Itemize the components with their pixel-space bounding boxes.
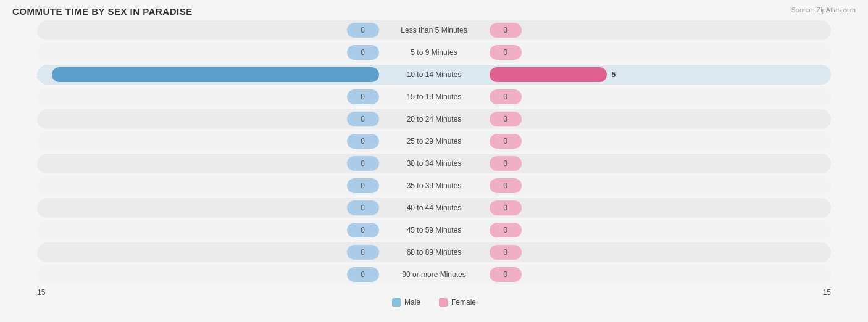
left-side: 0: [37, 23, 380, 38]
female-value-inner: 0: [503, 93, 507, 101]
inner-bar-row: 035 to 39 Minutes0: [37, 176, 831, 196]
male-bar: 0: [347, 112, 379, 126]
bar-row: 05 to 9 Minutes0: [37, 43, 831, 64]
bar-category-label: 60 to 89 Minutes: [380, 248, 488, 257]
left-side: 0: [37, 134, 380, 149]
axis-min-label: 15: [37, 288, 45, 297]
legend-male: Male: [392, 298, 420, 307]
male-bar: [52, 67, 379, 82]
left-side: [37, 67, 380, 82]
female-bar: 0: [490, 267, 522, 282]
female-value-inner: 0: [503, 226, 507, 234]
right-side: 0: [488, 245, 832, 260]
bar-row: 015 to 19 Minutes0: [37, 87, 831, 108]
female-value-inner: 0: [503, 26, 507, 35]
right-side: 0: [488, 156, 832, 171]
male-bar: 0: [347, 45, 379, 60]
inner-bar-row: 10 to 14 Minutes5: [37, 65, 831, 85]
legend-female-label: Female: [451, 298, 476, 307]
female-bar: 0: [490, 245, 522, 260]
inner-bar-row: 090 or more Minutes0: [37, 265, 831, 284]
bar-category-label: 20 to 24 Minutes: [380, 115, 488, 123]
female-value-inner: 0: [503, 159, 507, 168]
right-side: 0: [488, 23, 832, 38]
legend-female-box: [439, 298, 448, 307]
female-bar: 0: [490, 134, 522, 149]
female-bar: 0: [490, 45, 522, 60]
inner-bar-row: 015 to 19 Minutes0: [37, 87, 831, 107]
left-side: 0: [37, 112, 380, 126]
left-side: 0: [37, 178, 380, 193]
inner-bar-row: 045 to 59 Minutes0: [37, 220, 831, 240]
inner-bar-row: 025 to 29 Minutes0: [37, 131, 831, 151]
bar-row: 090 or more Minutes0: [37, 265, 831, 286]
bar-category-label: 30 to 34 Minutes: [380, 159, 488, 168]
bar-row: 0Less than 5 Minutes0: [37, 20, 831, 41]
bar-row: 020 to 24 Minutes0: [37, 109, 831, 130]
left-side: 0: [37, 223, 380, 237]
male-value-inner: 0: [361, 226, 365, 234]
bar-category-label: Less than 5 Minutes: [380, 26, 488, 35]
female-value-inner: 0: [503, 137, 507, 146]
male-value-inner: 0: [361, 181, 365, 190]
female-value-inner: 0: [503, 204, 507, 212]
inner-bar-row: 05 to 9 Minutes0: [37, 43, 831, 62]
female-bar: 0: [490, 200, 522, 215]
bar-row: 1410 to 14 Minutes5: [37, 65, 831, 86]
male-value-inner: 0: [361, 137, 365, 146]
male-value-inner: 0: [361, 159, 365, 168]
bar-category-label: 40 to 44 Minutes: [380, 204, 488, 212]
male-bar: 0: [347, 134, 379, 149]
left-side: 0: [37, 45, 380, 60]
source-label: Source: ZipAtlas.com: [791, 6, 856, 14]
left-side: 0: [37, 200, 380, 215]
male-bar: 0: [347, 178, 379, 193]
chart-rows-wrapper: 0Less than 5 Minutes005 to 9 Minutes0141…: [12, 20, 856, 286]
left-side: 0: [37, 245, 380, 260]
female-value-inner: 0: [503, 48, 507, 57]
bar-category-label: 15 to 19 Minutes: [380, 93, 488, 101]
male-value-inner: 0: [361, 93, 365, 101]
female-value-outer: 5: [612, 70, 616, 79]
bar-row: 040 to 44 Minutes0: [37, 198, 831, 219]
chart-legend: Male Female: [12, 298, 856, 307]
bar-category-label: 10 to 14 Minutes: [380, 70, 488, 79]
bar-category-label: 5 to 9 Minutes: [380, 48, 488, 57]
axis-max-label: 15: [823, 288, 831, 297]
inner-bar-row: 040 to 44 Minutes0: [37, 198, 831, 218]
bar-row: 045 to 59 Minutes0: [37, 220, 831, 241]
male-value-inner: 0: [361, 115, 365, 123]
female-bar: 0: [490, 89, 522, 104]
male-bar: 0: [347, 23, 379, 38]
bar-row: 025 to 29 Minutes0: [37, 131, 831, 152]
male-value-inner: 0: [361, 270, 365, 279]
left-side: 0: [37, 156, 380, 171]
right-side: 0: [488, 89, 832, 104]
right-side: 0: [488, 134, 832, 149]
bar-category-label: 45 to 59 Minutes: [380, 226, 488, 234]
female-bar: 0: [490, 178, 522, 193]
legend-female: Female: [439, 298, 476, 307]
male-bar: 0: [347, 267, 379, 282]
female-bar: 0: [490, 23, 522, 38]
male-bar: 0: [347, 156, 379, 171]
inner-bar-row: 060 to 89 Minutes0: [37, 242, 831, 262]
male-bar: 0: [347, 200, 379, 215]
male-value-inner: 0: [361, 204, 365, 212]
female-bar: 0: [490, 223, 522, 237]
female-bar: [490, 67, 607, 82]
chart-title: COMMUTE TIME BY SEX IN PARADISE: [12, 6, 856, 17]
female-value-inner: 0: [503, 181, 507, 190]
bar-category-label: 25 to 29 Minutes: [380, 137, 488, 146]
right-side: 5: [488, 67, 832, 82]
left-side: 0: [37, 267, 380, 282]
female-bar: 0: [490, 112, 522, 126]
bar-row: 060 to 89 Minutes0: [37, 242, 831, 263]
bar-category-label: 90 or more Minutes: [380, 270, 488, 279]
male-bar: 0: [347, 89, 379, 104]
inner-bar-row: 0Less than 5 Minutes0: [37, 20, 831, 40]
axis-labels: 15 15: [12, 287, 856, 297]
right-side: 0: [488, 112, 832, 126]
right-side: 0: [488, 178, 832, 193]
inner-bar-row: 020 to 24 Minutes0: [37, 109, 831, 129]
